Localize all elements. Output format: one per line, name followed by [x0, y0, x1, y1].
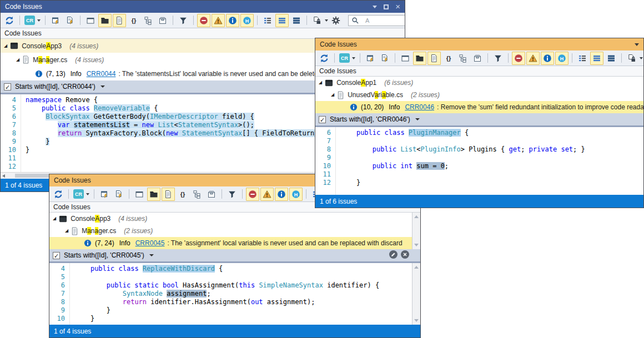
scroll-up-icon[interactable] — [414, 266, 419, 269]
group-by-type-button[interactable] — [142, 14, 155, 27]
analyze-window-button[interactable] — [49, 14, 62, 27]
view-sorted-button[interactable] — [576, 52, 589, 65]
settings-button[interactable] — [329, 14, 343, 27]
filter-expression[interactable]: Starts with([Id], 'CRR0044') — [15, 83, 95, 90]
code-preview[interactable]: 4 public class ReplaceWithDiscard {56 pu… — [49, 263, 420, 325]
coderush-menu-button[interactable]: CR — [72, 189, 90, 199]
view-flat-button[interactable] — [290, 14, 303, 27]
show-hints-button[interactable]: H — [555, 52, 568, 65]
view-grouped-button[interactable] — [275, 14, 289, 27]
show-errors-button[interactable] — [512, 52, 525, 65]
window-menu-icon[interactable] — [635, 43, 639, 46]
expander-icon[interactable]: ◢ — [331, 93, 334, 97]
tree-node-manager-cs[interactable]: ◢Manager.cs(2 issues) — [49, 225, 420, 237]
show-warnings-button[interactable] — [260, 188, 274, 201]
issue-code-link[interactable]: CRR0045 — [135, 239, 165, 247]
issues-tree[interactable]: ◢ConsoleApp3(4 issues)◢Manager.cs(2 issu… — [49, 213, 420, 249]
expander-icon[interactable]: ◢ — [4, 44, 7, 48]
scope-window-button[interactable] — [84, 14, 97, 27]
show-warnings-button[interactable] — [526, 52, 540, 65]
expander-icon[interactable]: ◢ — [65, 229, 68, 233]
analyze-document-button[interactable] — [378, 52, 391, 65]
scroll-up-icon[interactable] — [414, 215, 419, 218]
view-sorted-button[interactable] — [261, 14, 274, 27]
scroll-left-icon[interactable] — [2, 174, 5, 178]
filter-expression[interactable]: Starts with([Id], 'CRR0046') — [330, 115, 410, 123]
group-by-file-button[interactable] — [162, 188, 175, 201]
filter-button[interactable] — [225, 188, 239, 201]
group-by-type-button[interactable] — [190, 188, 204, 201]
expander-icon[interactable]: ◢ — [53, 216, 56, 221]
analyze-document-button[interactable] — [112, 188, 125, 201]
show-errors-button[interactable] — [197, 14, 210, 27]
code-preview[interactable]: 6 public class PluginManager {78 public … — [315, 127, 643, 195]
code-scrollbar[interactable] — [412, 263, 420, 325]
filter-tools — [389, 250, 417, 260]
group-by-file-button[interactable] — [113, 14, 126, 27]
group-by-project-button[interactable] — [98, 14, 112, 27]
filter-expression[interactable]: Starts with([Id], 'CRR0045') — [64, 251, 144, 259]
show-info-button[interactable] — [226, 14, 239, 27]
filter-enabled-checkbox[interactable]: ✓ — [4, 83, 11, 90]
scope-window-button[interactable] — [133, 188, 146, 201]
group-by-member-button[interactable] — [205, 188, 218, 201]
search-input[interactable]: A× — [348, 15, 405, 26]
refresh-button[interactable] — [318, 52, 331, 65]
edit-filter-button[interactable] — [389, 250, 398, 260]
close-icon[interactable]: × — [395, 4, 400, 9]
chevron-down-icon[interactable] — [640, 57, 643, 59]
tree-node-unusedvariable-cs[interactable]: ◢UnusedVariable.cs(2 issues) — [315, 89, 643, 101]
analyze-window-button[interactable] — [364, 52, 377, 65]
refresh-button[interactable] — [52, 188, 65, 201]
show-info-button[interactable] — [275, 188, 288, 201]
refresh-button[interactable] — [3, 14, 16, 27]
filter-enabled-checkbox[interactable]: ✓ — [53, 252, 60, 259]
issue-row[interactable]: (7, 24)InfoCRR0045: The 'assignment' loc… — [49, 237, 420, 249]
scope-window-button[interactable] — [399, 52, 412, 65]
show-hints-button[interactable]: H — [289, 188, 303, 201]
analyze-document-button[interactable] — [63, 14, 77, 27]
group-by-project-button[interactable] — [147, 188, 160, 201]
chevron-down-icon[interactable] — [325, 19, 328, 22]
export-button[interactable] — [310, 14, 324, 27]
group-by-namespace-button[interactable]: {} — [442, 52, 455, 65]
show-info-button[interactable] — [541, 52, 554, 65]
filter-button[interactable] — [177, 14, 190, 27]
group-by-member-button[interactable] — [471, 52, 484, 65]
window-menu-icon[interactable] — [373, 6, 377, 8]
scroll-down-icon[interactable] — [414, 319, 419, 322]
clear-filter-button[interactable] — [401, 250, 409, 260]
hierarchy-icon — [193, 190, 202, 199]
expander-icon[interactable]: ◢ — [319, 80, 322, 85]
code-token — [74, 281, 107, 289]
issue-code-link[interactable]: CRR0044 — [87, 70, 116, 78]
show-warnings-button[interactable] — [212, 14, 225, 27]
group-by-project-button[interactable] — [413, 52, 426, 65]
view-grouped-button[interactable] — [590, 52, 603, 65]
tree-scrollbar[interactable] — [412, 213, 420, 249]
issue-code-link[interactable]: CRR0046 — [405, 103, 434, 111]
tree-node-consoleapp3[interactable]: ◢ConsoleApp3(4 issues) — [49, 213, 420, 225]
show-hints-button[interactable]: H — [240, 14, 254, 27]
tree-node-consoleapp1[interactable]: ◢ConsoleApp1(6 issues) — [315, 77, 643, 89]
show-errors-button[interactable] — [246, 188, 259, 201]
window-titlebar[interactable]: Code Issues — [315, 38, 643, 51]
filter-button[interactable] — [491, 52, 505, 65]
analyze-window-button[interactable] — [98, 188, 111, 201]
export-button[interactable] — [625, 52, 638, 65]
group-by-namespace-button[interactable]: {} — [127, 14, 140, 27]
group-by-member-button[interactable] — [156, 14, 169, 27]
group-by-file-button[interactable] — [427, 52, 441, 65]
view-flat-button[interactable] — [605, 52, 618, 65]
group-by-namespace-button[interactable]: {} — [176, 188, 189, 201]
window-titlebar[interactable]: Code Issues× — [1, 1, 405, 13]
filter-enabled-checkbox[interactable]: ✓ — [319, 116, 326, 123]
maximize-icon[interactable] — [384, 4, 389, 9]
issue-row[interactable]: (10, 20)InfoCRR0046: Remove the 'sum' fi… — [315, 101, 643, 113]
group-by-type-button[interactable] — [456, 52, 470, 65]
issues-tree[interactable]: ◢ConsoleApp1(6 issues)◢UnusedVariable.cs… — [315, 77, 643, 113]
coderush-menu-button[interactable]: CR — [23, 16, 42, 25]
coderush-menu-button[interactable]: CR — [338, 53, 356, 63]
expander-icon[interactable]: ◢ — [16, 58, 19, 62]
scroll-down-icon[interactable] — [414, 244, 419, 246]
